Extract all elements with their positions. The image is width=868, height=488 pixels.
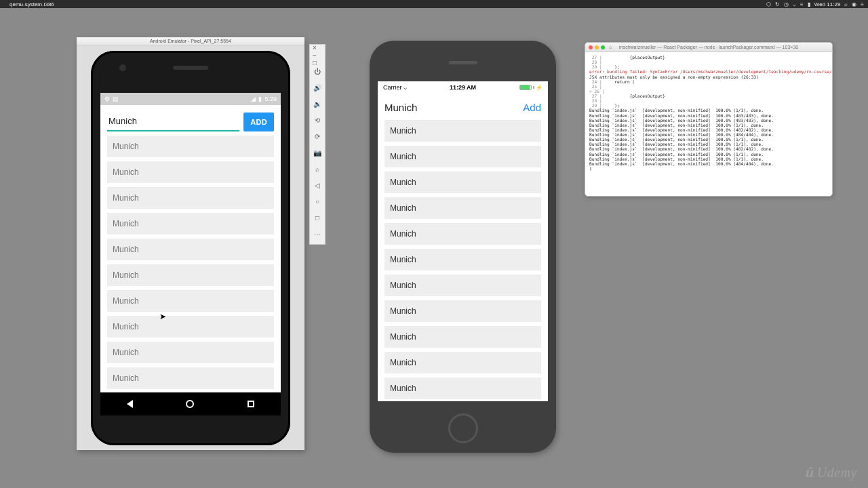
- android-window-title: Android Emulator - Pixel_API_27:5554: [77, 37, 304, 45]
- iphone-speaker: [449, 61, 477, 64]
- home-icon[interactable]: ○: [313, 197, 322, 206]
- list-item[interactable]: Munich: [384, 249, 541, 270]
- control-center-icon[interactable]: ◉: [852, 1, 856, 7]
- rotate-left-icon[interactable]: ⟲: [313, 115, 322, 125]
- place-input[interactable]: [384, 102, 513, 113]
- spotlight-icon[interactable]: ⌕: [844, 1, 848, 7]
- camera-icon[interactable]: 📷: [313, 148, 322, 157]
- menubar-clock[interactable]: Wed 11:29: [814, 1, 841, 7]
- clock-icon[interactable]: ◷: [784, 1, 789, 7]
- sync-icon[interactable]: ↻: [775, 1, 780, 7]
- list-item[interactable]: Munich: [384, 223, 541, 245]
- iphone-screen: Carrier ⌵ 11:29 AM ⚡ Add MunichMunichMun…: [378, 81, 548, 401]
- terminal-body[interactable]: 27 | {placesOutput} 28 | 29 | ); error: …: [585, 52, 832, 196]
- terminal-title: mschwarzmueller — React Packager — node …: [585, 45, 832, 49]
- ios-input-row: Add: [384, 96, 541, 120]
- list-item[interactable]: Munich: [384, 352, 541, 373]
- gear-icon[interactable]: ⚙: [104, 96, 110, 102]
- battery-status-icon: ▮: [258, 96, 262, 102]
- list-item[interactable]: Munich: [107, 264, 274, 286]
- emulator-toolbar: × − □ ⏻ 🔊 🔉 ⟲ ⟳ 📷 ⌕ ◁ ○ □ ⋯: [309, 44, 326, 245]
- add-button[interactable]: ADD: [243, 113, 274, 131]
- wifi-icon[interactable]: ⌵: [793, 1, 796, 7]
- notification-dot-icon[interactable]: ▤: [113, 96, 119, 102]
- more-icon[interactable]: ⋯: [313, 229, 322, 239]
- list-item[interactable]: Munich: [107, 367, 274, 389]
- udemy-label: Udemy: [817, 465, 857, 481]
- nav-back-icon[interactable]: [127, 400, 133, 408]
- window-controls-icon[interactable]: × − □: [313, 50, 322, 60]
- volume-up-icon[interactable]: 🔊: [313, 83, 322, 92]
- list-item[interactable]: Munich: [107, 136, 274, 157]
- list-item[interactable]: Munich: [384, 197, 541, 219]
- android-list[interactable]: MunichMunichMunichMunichMunichMunichMuni…: [107, 136, 274, 403]
- udemy-logo: û Udemy: [806, 464, 857, 481]
- pixel-device-frame: ⚙ ▤ ◢ ▮ 5:29 ADD MunichMunichMunichMunic…: [91, 51, 290, 445]
- list-item[interactable]: Munich: [384, 146, 541, 167]
- android-screen: ⚙ ▤ ◢ ▮ 5:29 ADD MunichMunichMunichMunic…: [100, 93, 281, 403]
- mouse-cursor-icon: ➤: [159, 312, 166, 321]
- iphone-device-frame: Carrier ⌵ 11:29 AM ⚡ Add MunichMunichMun…: [370, 41, 556, 453]
- rotate-right-icon[interactable]: ⟳: [313, 131, 322, 141]
- nav-recent-icon[interactable]: [248, 401, 254, 407]
- terminal-titlebar[interactable]: ⌂ mschwarzmueller — React Packager — nod…: [585, 43, 832, 52]
- place-input[interactable]: [107, 112, 239, 131]
- device-speaker: [173, 66, 208, 70]
- android-input-row: ADD: [107, 112, 274, 131]
- back-icon[interactable]: ◁: [313, 180, 322, 190]
- list-item[interactable]: Munich: [384, 120, 541, 142]
- android-statusbar: ⚙ ▤ ◢ ▮ 5:29: [100, 93, 281, 105]
- macos-menubar: qemu-system-i386 ⬡ ↻ ◷ ⌵ ≡ ▮ Wed 11:29 ⌕…: [0, 0, 868, 8]
- home-button[interactable]: [448, 413, 478, 443]
- volume-down-icon[interactable]: 🔉: [313, 99, 322, 108]
- battery-icon[interactable]: ▮: [808, 1, 810, 7]
- list-item[interactable]: Munich: [107, 342, 274, 363]
- udemy-u-icon: û: [806, 464, 814, 481]
- zoom-icon[interactable]: ⌕: [313, 164, 322, 174]
- terminal-window: ⌂ mschwarzmueller — React Packager — nod…: [585, 42, 833, 197]
- add-button[interactable]: Add: [523, 102, 541, 113]
- bluetooth-icon[interactable]: ≡: [800, 1, 804, 7]
- signal-icon: ◢: [251, 96, 256, 102]
- list-item[interactable]: Munich: [107, 239, 274, 260]
- ios-statusbar: Carrier ⌵ 11:29 AM ⚡: [378, 81, 548, 94]
- android-nav-bar: [100, 392, 281, 415]
- nav-home-icon[interactable]: [186, 400, 194, 408]
- list-item[interactable]: Munich: [384, 378, 541, 399]
- overview-icon[interactable]: □: [313, 213, 322, 222]
- list-item[interactable]: Munich: [384, 326, 541, 348]
- device-camera: [119, 64, 126, 71]
- list-item[interactable]: Munich: [384, 274, 541, 296]
- list-item[interactable]: Munich: [384, 300, 541, 322]
- power-icon[interactable]: ⏻: [313, 66, 322, 76]
- dropbox-icon[interactable]: ⬡: [766, 1, 771, 7]
- list-item[interactable]: Munich: [107, 187, 274, 209]
- notification-icon[interactable]: ≡: [861, 1, 864, 7]
- list-item[interactable]: Munich: [107, 213, 274, 235]
- android-status-time: 5:29: [264, 96, 277, 102]
- list-item[interactable]: Munich: [107, 161, 274, 183]
- list-item[interactable]: Munich: [107, 290, 274, 312]
- list-item[interactable]: Munich: [107, 316, 274, 338]
- android-emulator-window: Android Emulator - Pixel_API_27:5554 ⚙ ▤…: [77, 37, 304, 450]
- ios-list[interactable]: MunichMunichMunichMunichMunichMunichMuni…: [384, 120, 541, 399]
- menubar-app-name[interactable]: qemu-system-i386: [9, 1, 54, 7]
- list-item[interactable]: Munich: [384, 171, 541, 193]
